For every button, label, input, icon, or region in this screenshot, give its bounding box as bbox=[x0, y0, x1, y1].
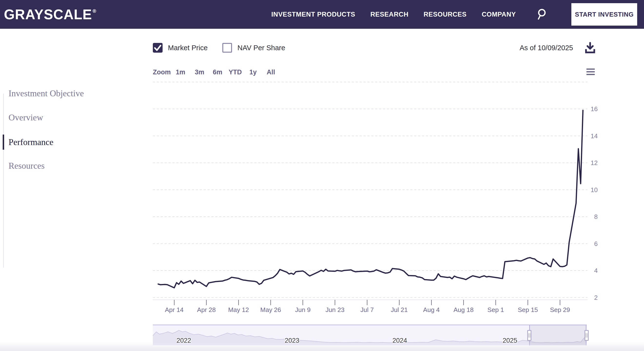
x-axis-label: Aug 18 bbox=[446, 306, 481, 314]
range-button-ytd[interactable]: YTD bbox=[229, 68, 242, 76]
page: GRAYSCALE® INVESTMENT PRODUCTSRESEARCHRE… bbox=[0, 0, 644, 351]
range-button-1y[interactable]: 1y bbox=[249, 68, 257, 76]
download-icon[interactable] bbox=[584, 42, 596, 54]
market-price-line bbox=[158, 110, 583, 288]
x-axis-label: Sep 1 bbox=[479, 306, 513, 314]
as-of-date: As of 10/09/2025 bbox=[497, 43, 573, 53]
y-axis-label: 16 bbox=[580, 105, 598, 113]
navigator-outline bbox=[153, 330, 587, 343]
nav-item-resources[interactable]: RESOURCES bbox=[424, 11, 466, 18]
checkbox-unchecked[interactable] bbox=[222, 43, 232, 53]
grayscale-logo[interactable]: GRAYSCALE® bbox=[4, 0, 96, 29]
sidebar-rule bbox=[3, 94, 4, 268]
sidebar-active-indicator bbox=[3, 134, 4, 150]
x-axis-label: Jul 21 bbox=[382, 306, 416, 314]
toggle-label: NAV Per Share bbox=[238, 44, 285, 52]
y-axis-label: 10 bbox=[580, 186, 598, 194]
navigator-handle-left[interactable] bbox=[527, 330, 532, 341]
range-button-1m[interactable]: 1m bbox=[176, 68, 185, 76]
y-axis-label: 14 bbox=[580, 132, 598, 140]
search-icon[interactable] bbox=[535, 8, 548, 21]
x-axis-label: Jun 9 bbox=[286, 306, 320, 314]
x-axis-label: Jul 7 bbox=[350, 306, 384, 314]
site-header: GRAYSCALE® INVESTMENT PRODUCTSRESEARCHRE… bbox=[0, 0, 644, 29]
logo-text: GRAYSCALE bbox=[4, 6, 92, 22]
range-button-3m[interactable]: 3m bbox=[195, 68, 204, 76]
y-axis-label: 4 bbox=[580, 267, 598, 274]
x-axis-label: Jun 23 bbox=[318, 306, 352, 314]
check-icon bbox=[153, 43, 162, 53]
nav-item-research[interactable]: RESEARCH bbox=[370, 11, 408, 18]
price-chart bbox=[0, 0, 644, 351]
y-axis-label: 8 bbox=[580, 213, 598, 220]
registered-mark: ® bbox=[93, 8, 96, 14]
market-price-toggle[interactable]: Market Price bbox=[153, 43, 208, 53]
chart-menu-icon[interactable] bbox=[586, 68, 595, 75]
toggle-label: Market Price bbox=[168, 44, 208, 52]
nav-item-investment-products[interactable]: INVESTMENT PRODUCTS bbox=[271, 11, 355, 18]
range-button-all[interactable]: All bbox=[267, 68, 275, 76]
navigator-handle-right[interactable] bbox=[584, 330, 589, 341]
y-axis-label: 12 bbox=[580, 159, 598, 167]
main-nav: INVESTMENT PRODUCTSRESEARCHRESOURCESCOMP… bbox=[271, 0, 516, 29]
y-axis-label: 6 bbox=[580, 240, 598, 248]
bottom-fade bbox=[0, 342, 644, 351]
x-axis-label: May 26 bbox=[254, 306, 288, 314]
range-button-6m[interactable]: 6m bbox=[213, 68, 222, 76]
zoom-label: Zoom bbox=[153, 68, 171, 76]
sidebar-item-resources[interactable]: Resources bbox=[8, 161, 44, 171]
sidebar-item-investment-objective[interactable]: Investment Objective bbox=[8, 88, 84, 98]
checkbox-checked[interactable] bbox=[153, 43, 162, 53]
sidebar-item-overview[interactable]: Overview bbox=[8, 112, 43, 122]
x-axis-label: Aug 4 bbox=[414, 306, 448, 314]
x-axis-label: May 12 bbox=[222, 306, 256, 314]
nav-per-share-toggle[interactable]: NAV Per Share bbox=[222, 43, 285, 53]
nav-item-company[interactable]: COMPANY bbox=[482, 11, 516, 18]
x-axis-label: Apr 14 bbox=[157, 306, 191, 314]
x-axis-label: Sep 29 bbox=[543, 306, 577, 314]
y-axis-label: 2 bbox=[580, 294, 598, 301]
x-axis-label: Apr 28 bbox=[190, 306, 224, 314]
x-axis-label: Sep 15 bbox=[511, 306, 545, 314]
sidebar-item-performance[interactable]: Performance bbox=[8, 137, 54, 147]
start-investing-button[interactable]: START INVESTING bbox=[571, 3, 637, 26]
